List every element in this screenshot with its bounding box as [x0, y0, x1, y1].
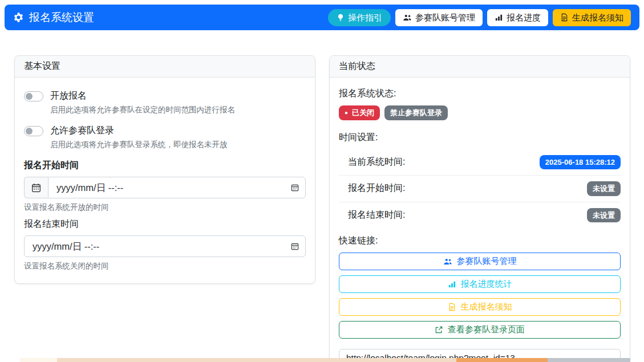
- below-fold-strip: [20, 358, 630, 362]
- open-registration-desc: 启用此选项将允许参赛队在设定的时间范围内进行报名: [50, 105, 306, 115]
- page-title: 报名系统设置: [29, 10, 94, 25]
- current-system-time-label: 当前系统时间:: [348, 156, 405, 168]
- file-text-icon: [560, 13, 569, 22]
- status-badges: ● 已关闭 禁止参赛队登录: [339, 105, 621, 120]
- allow-team-login-label: 允许参赛队登录: [50, 125, 114, 137]
- top-bar: 报名系统设置 操作指引 参赛队账号管理: [5, 5, 639, 30]
- end-time-status-label: 报名结束时间:: [348, 209, 405, 221]
- current-system-time-badge: 2025-06-18 15:28:12: [540, 155, 621, 170]
- date-picker-icon[interactable]: [291, 242, 299, 250]
- start-time-help: 设置报名系统开放的时间: [24, 202, 306, 213]
- lightbulb-icon: [337, 14, 345, 22]
- guide-button[interactable]: 操作指引: [328, 9, 391, 26]
- quick-link-progress-stats[interactable]: 报名进度统计: [339, 275, 621, 293]
- basic-settings-card: 基本设置 开放报名 启用此选项将允许参赛队在设定的时间范围内进行报名 允许参赛队…: [14, 55, 315, 284]
- main-content: 基本设置 开放报名 启用此选项将允许参赛队在设定的时间范围内进行报名 允许参赛队…: [14, 55, 630, 362]
- allow-team-login-desc: 启用此选项将允许参赛队登录系统，即使报名未开放: [50, 140, 306, 150]
- bar-chart-icon: [495, 13, 503, 22]
- bar-chart-icon: [448, 280, 456, 288]
- time-settings-label: 时间设置:: [339, 132, 621, 144]
- top-bar-actions: 操作指引 参赛队账号管理 报名进度: [328, 9, 631, 26]
- start-time-input-group: [24, 177, 306, 198]
- end-time-label: 报名结束时间: [24, 218, 306, 230]
- start-time-status-badge: 未设置: [587, 181, 621, 196]
- start-time-field-wrap: [48, 177, 306, 198]
- calendar-addon-icon: [24, 177, 48, 198]
- system-status-label: 报名系统状态:: [339, 88, 621, 100]
- team-account-manage-button[interactable]: 参赛队账号管理: [395, 9, 483, 26]
- registration-progress-button[interactable]: 报名进度: [487, 9, 548, 26]
- quick-link-view-login-page[interactable]: 查看参赛队登录页面: [339, 321, 621, 339]
- people-icon: [403, 13, 412, 22]
- quick-link-generate-notice[interactable]: 生成报名须知: [339, 298, 621, 316]
- open-registration-toggle[interactable]: [24, 91, 43, 101]
- start-time-label: 报名开始时间: [24, 160, 306, 172]
- page-title-group: 报名系统设置: [13, 10, 94, 25]
- basic-settings-header: 基本设置: [15, 56, 315, 78]
- gear-icon: [13, 12, 24, 23]
- current-status-card: 当前状态 报名系统状态: ● 已关闭 禁止参赛队登录 时间设置: 当前系统时间:…: [329, 55, 630, 362]
- start-time-input[interactable]: [48, 177, 306, 198]
- file-text-icon: [448, 303, 456, 311]
- quick-links: 参赛队账号管理 报名进度统计: [339, 253, 621, 339]
- start-time-status-row: 报名开始时间: 未设置: [339, 176, 621, 202]
- basic-settings-body: 开放报名 启用此选项将允许参赛队在设定的时间范围内进行报名 允许参赛队登录 启用…: [15, 78, 315, 283]
- circle-fill-icon: ●: [345, 110, 348, 116]
- quick-link-team-accounts[interactable]: 参赛队账号管理: [339, 253, 621, 270]
- end-time-field-wrap: [24, 235, 306, 257]
- external-link-icon: [435, 326, 443, 334]
- current-status-body: 报名系统状态: ● 已关闭 禁止参赛队登录 时间设置: 当前系统时间: 2025…: [330, 78, 630, 362]
- start-time-status-label: 报名开始时间:: [348, 182, 405, 194]
- end-time-status-badge: 未设置: [587, 208, 621, 223]
- open-registration-label: 开放报名: [50, 90, 87, 102]
- end-time-status-row: 报名结束时间: 未设置: [339, 202, 621, 229]
- people-icon: [443, 257, 452, 266]
- end-time-help: 设置报名系统关闭的时间: [24, 261, 306, 271]
- open-registration-toggle-row: 开放报名: [24, 90, 306, 102]
- date-picker-icon[interactable]: [291, 184, 299, 192]
- current-status-header: 当前状态: [330, 56, 630, 78]
- end-time-input[interactable]: [24, 235, 306, 257]
- quick-links-label: 快速链接:: [339, 235, 621, 247]
- allow-team-login-toggle-row: 允许参赛队登录: [24, 125, 306, 137]
- time-settings-rows: 当前系统时间: 2025-06-18 15:28:12 报名开始时间: 未设置 …: [339, 149, 621, 229]
- allow-team-login-toggle[interactable]: [24, 126, 43, 136]
- current-system-time-row: 当前系统时间: 2025-06-18 15:28:12: [339, 149, 621, 176]
- generate-notice-button[interactable]: 生成报名须知: [553, 9, 631, 26]
- status-badge-closed: ● 已关闭: [339, 105, 380, 120]
- end-time-input-group: [24, 235, 306, 257]
- status-badge-login-forbidden: 禁止参赛队登录: [384, 105, 448, 120]
